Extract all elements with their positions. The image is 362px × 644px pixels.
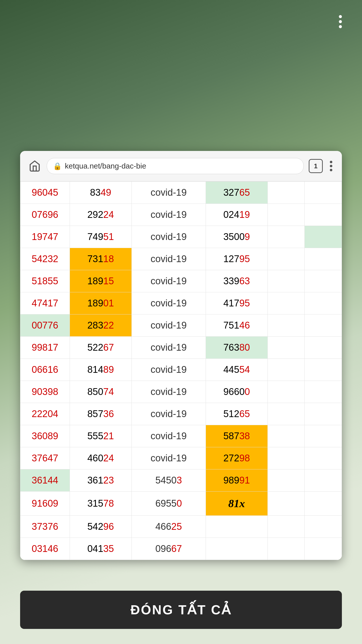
table-row: 37647 46024 covid-19 27298: [20, 447, 342, 469]
table-cell: 22204: [20, 403, 70, 425]
table-cell: [305, 538, 342, 560]
table-cell: 03146: [20, 538, 70, 560]
table-cell: 85736: [70, 403, 131, 425]
url-text: ketqua.net/bang-dac-bie: [65, 162, 146, 170]
table-cell: 12795: [206, 248, 267, 270]
table-cell: 47417: [20, 292, 70, 314]
table-cell: covid-19: [131, 425, 206, 447]
table-cell: 00776: [20, 314, 70, 337]
table-cell: 37376: [20, 516, 70, 538]
table-cell: 19747: [20, 226, 70, 248]
table-cell: [305, 292, 342, 314]
address-bar[interactable]: 🔒 ketqua.net/bang-dac-bie: [47, 158, 304, 174]
table-cell: 29224: [70, 204, 131, 226]
table-cell: covid-19: [131, 381, 206, 403]
table-cell: 99817: [20, 337, 70, 359]
table-cell: [267, 204, 305, 226]
table-cell: 81x: [206, 492, 267, 516]
table-cell: covid-19: [131, 182, 206, 204]
table-cell: 35009: [206, 226, 267, 248]
table-cell: covid-19: [131, 270, 206, 292]
table-cell: 46625: [131, 516, 206, 538]
table-cell: 54503: [131, 469, 206, 492]
tab-count[interactable]: 1: [309, 159, 323, 173]
table-cell: 46024: [70, 447, 131, 469]
table-cell: 33963: [206, 270, 267, 292]
data-table-container: 96045 8349 covid-19 32765 07696 29224 co…: [20, 181, 342, 560]
table-cell: [267, 182, 305, 204]
table-cell: 85074: [70, 381, 131, 403]
table-cell: [267, 292, 305, 314]
table-cell: [305, 516, 342, 538]
table-cell: 28322: [70, 314, 131, 337]
table-cell: [305, 469, 342, 492]
table-cell: 02419: [206, 204, 267, 226]
table-cell: 54232: [20, 248, 70, 270]
table-row: 47417 18901 covid-19 41795: [20, 292, 342, 314]
table-cell: [305, 403, 342, 425]
table-cell: [267, 226, 305, 248]
menu-dot2: [330, 165, 332, 167]
table-cell: [305, 314, 342, 337]
table-row: 22204 85736 covid-19 51265: [20, 403, 342, 425]
table-cell: [267, 337, 305, 359]
table-cell: [267, 248, 305, 270]
table-cell: 51855: [20, 270, 70, 292]
table-cell: 36144: [20, 469, 70, 492]
table-cell: covid-19: [131, 204, 206, 226]
table-cell: 09667: [131, 538, 206, 560]
bottom-bar: ĐÓNG TẤT CẢ: [20, 591, 342, 629]
table-cell: 81489: [70, 359, 131, 381]
table-cell: 07696: [20, 204, 70, 226]
close-all-button[interactable]: ĐÓNG TẤT CẢ: [20, 591, 342, 629]
table-cell: 32765: [206, 182, 267, 204]
table-cell: covid-19: [131, 337, 206, 359]
table-cell: 55521: [70, 425, 131, 447]
table-cell: 18915: [70, 270, 131, 292]
table-cell: covid-19: [131, 314, 206, 337]
table-cell: [267, 314, 305, 337]
table-cell: [305, 226, 342, 248]
table-row: 06616 81489 covid-19 44554: [20, 359, 342, 381]
table-row: 36144 36123 54503 98991: [20, 469, 342, 492]
table-cell: covid-19: [131, 226, 206, 248]
table-cell: covid-19: [131, 359, 206, 381]
table-cell: [305, 248, 342, 270]
table-cell: [267, 270, 305, 292]
table-cell: covid-19: [131, 447, 206, 469]
table-cell: [305, 270, 342, 292]
browser-menu-button[interactable]: [328, 159, 334, 173]
table-cell: 73118: [70, 248, 131, 270]
table-row: 07696 29224 covid-19 02419: [20, 204, 342, 226]
table-cell: [267, 538, 305, 560]
table-row: 51855 18915 covid-19 33963: [20, 270, 342, 292]
table-cell: covid-19: [131, 292, 206, 314]
menu-dot1: [330, 161, 332, 163]
dot1: [339, 15, 342, 18]
table-cell: [305, 425, 342, 447]
table-cell: [267, 381, 305, 403]
table-cell: [267, 403, 305, 425]
top-menu-dots[interactable]: [339, 15, 342, 28]
browser-card: 🔒 ketqua.net/bang-dac-bie 1 96045 8349 c…: [20, 151, 342, 560]
table-cell: [305, 447, 342, 469]
data-table: 96045 8349 covid-19 32765 07696 29224 co…: [20, 181, 342, 560]
table-row: 00776 28322 covid-19 75146: [20, 314, 342, 337]
table-cell: 36123: [70, 469, 131, 492]
table-cell: [267, 516, 305, 538]
table-cell: 18901: [70, 292, 131, 314]
table-cell: 37647: [20, 447, 70, 469]
table-row: 91609 31578 69550 81x: [20, 492, 342, 516]
table-cell: 69550: [131, 492, 206, 516]
table-cell: [267, 469, 305, 492]
table-cell: [305, 381, 342, 403]
table-row: 37376 54296 46625: [20, 516, 342, 538]
table-row: 99817 52267 covid-19 76380: [20, 337, 342, 359]
table-cell: [305, 492, 342, 516]
table-cell: [267, 492, 305, 516]
home-button[interactable]: [28, 159, 42, 173]
table-cell: [267, 359, 305, 381]
table-cell: 90398: [20, 381, 70, 403]
table-row: 19747 74951 covid-19 35009: [20, 226, 342, 248]
table-row: 03146 04135 09667: [20, 538, 342, 560]
